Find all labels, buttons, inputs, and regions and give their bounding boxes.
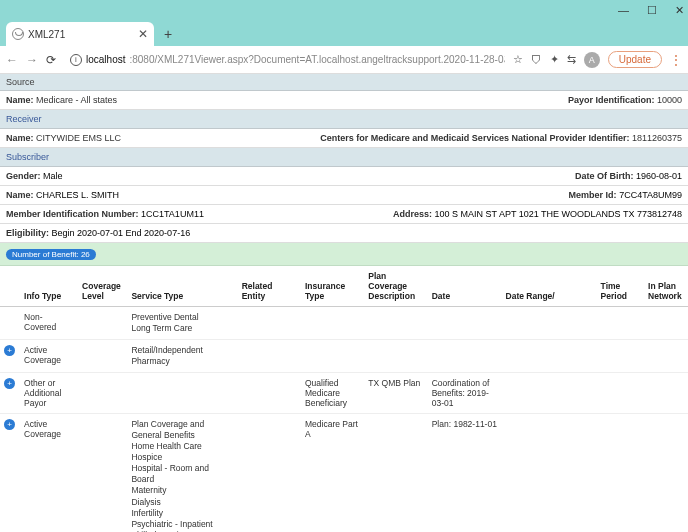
reload-button[interactable]: ⟳ [46,53,56,67]
column-header: Info Type [20,266,78,307]
column-header: Time Period [597,266,645,307]
mid-label: Member Identification Number: [6,209,139,219]
dob-value: 1960-08-01 [636,171,682,181]
eligibility-label: Eligibility: [6,228,49,238]
bookmark-star-icon[interactable]: ☆ [513,53,523,66]
cell [502,307,597,340]
gender-label: Gender: [6,171,41,181]
toggle-icon[interactable]: ⇆ [567,53,576,66]
cell [238,373,301,414]
cell [78,340,127,373]
column-header: Service Type [127,266,237,307]
mid-value: 1CC1TA1UM11 [141,209,204,219]
cell [597,414,645,532]
source-name-value: Medicare - All states [36,95,117,105]
sub-name-value: CHARLES L. SMITH [36,190,119,200]
cell: Non-Covered [20,307,78,340]
service-type-cell [127,373,237,414]
receiver-row: Name: CITYWIDE EMS LLC Centers for Medic… [0,129,688,148]
service-type-cell: Preventive DentalLong Term Care [127,307,237,340]
source-row: Name: Medicare - All states Payor Identi… [0,91,688,110]
cell [238,307,301,340]
cell: Coordination of Benefits: 2019-03-01 [428,373,502,414]
service-type-cell: Retail/Independent Pharmacy [127,340,237,373]
column-header: Date [428,266,502,307]
window-titlebar: — ☐ ✕ [0,0,688,20]
table-row: +Other or Additional PayorQualified Medi… [0,373,688,414]
window-maximize[interactable]: ☐ [647,4,657,17]
cell: Other or Additional Payor [20,373,78,414]
column-header [0,266,20,307]
tab-title: XML271 [28,29,134,40]
cell [78,373,127,414]
address-bar[interactable]: i localhost:8080/XML271Viewer.aspx?Docum… [64,52,505,68]
cell [597,340,645,373]
back-button[interactable]: ← [6,53,18,67]
cell [364,307,427,340]
tab-strip: XML271 ✕ + [0,20,688,46]
eligibility-row: Eligibility: Begin 2020-07-01 End 2020-0… [0,224,688,243]
cell: Plan: 1982-11-01 [428,414,502,532]
cell: Active Coverage [20,414,78,532]
forward-button[interactable]: → [26,53,38,67]
memberid-label: Member Id: [569,190,617,200]
cell [428,307,502,340]
cell [644,373,688,414]
column-header: Insurance Type [301,266,364,307]
subscriber-mid-row: Member Identification Number: 1CC1TA1UM1… [0,205,688,224]
table-row: Non-CoveredPreventive DentalLong Term Ca… [0,307,688,340]
menu-icon[interactable]: ⋮ [670,53,682,67]
window-close[interactable]: ✕ [675,4,684,17]
subscriber-name-row: Name: CHARLES L. SMITH Member Id: 7CC4TA… [0,186,688,205]
cell [644,414,688,532]
benefits-table: Info TypeCoverage LevelService TypeRelat… [0,266,688,532]
dob-label: Date Of Birth: [575,171,634,181]
eligibility-value: Begin 2020-07-01 End 2020-07-16 [52,228,191,238]
subscriber-gender-row: Gender: Male Date Of Birth: 1960-08-01 [0,167,688,186]
cell [597,373,645,414]
update-button[interactable]: Update [608,51,662,68]
payor-id-label: Payor Identification: [568,95,655,105]
benefit-count-bar: Number of Benefit: 26 [0,243,688,266]
receiver-header: Receiver [0,110,688,129]
cell [428,340,502,373]
benefits-body: Non-CoveredPreventive DentalLong Term Ca… [0,307,688,533]
table-row: +Active CoveragePlan Coverage and Genera… [0,414,688,532]
extensions-icon[interactable]: ✦ [550,53,559,66]
cell [238,414,301,532]
expand-icon[interactable]: + [4,419,15,430]
memberid-value: 7CC4TA8UM99 [619,190,682,200]
profile-avatar[interactable]: A [584,52,600,68]
cell [301,340,364,373]
browser-toolbar: ← → ⟳ i localhost:8080/XML271Viewer.aspx… [0,46,688,74]
column-header: Date Range/ [502,266,597,307]
site-info-icon[interactable]: i [70,54,82,66]
address-host: localhost [86,54,125,65]
browser-tab[interactable]: XML271 ✕ [6,22,154,46]
expand-icon[interactable]: + [4,378,15,389]
cell [78,414,127,532]
receiver-name-value: CITYWIDE EMS LLC [36,133,121,143]
window-minimize[interactable]: — [618,4,629,16]
tab-close-icon[interactable]: ✕ [138,27,148,41]
column-header: In Plan Network [644,266,688,307]
cell: TX QMB Plan [364,373,427,414]
receiver-npi-label: Centers for Medicare and Medicaid Servic… [320,133,629,143]
shield-icon[interactable]: ⛉ [531,54,542,66]
service-type-cell: Plan Coverage and General BenefitsHome H… [127,414,237,532]
cell: Medicare Part A [301,414,364,532]
column-header: Coverage Level [78,266,127,307]
address-value: 100 S MAIN ST APT 1021 THE WOODLANDS TX … [435,209,682,219]
column-header: Plan Coverage Description [364,266,427,307]
cell [78,307,127,340]
new-tab-button[interactable]: + [158,24,178,44]
cell [502,340,597,373]
cell: Qualified Medicare Beneficiary [301,373,364,414]
receiver-npi-value: 1811260375 [632,133,682,143]
globe-icon [12,28,24,40]
cell: Active Coverage [20,340,78,373]
payor-id-value: 10000 [657,95,682,105]
cell [597,307,645,340]
cell [644,307,688,340]
expand-icon[interactable]: + [4,345,15,356]
